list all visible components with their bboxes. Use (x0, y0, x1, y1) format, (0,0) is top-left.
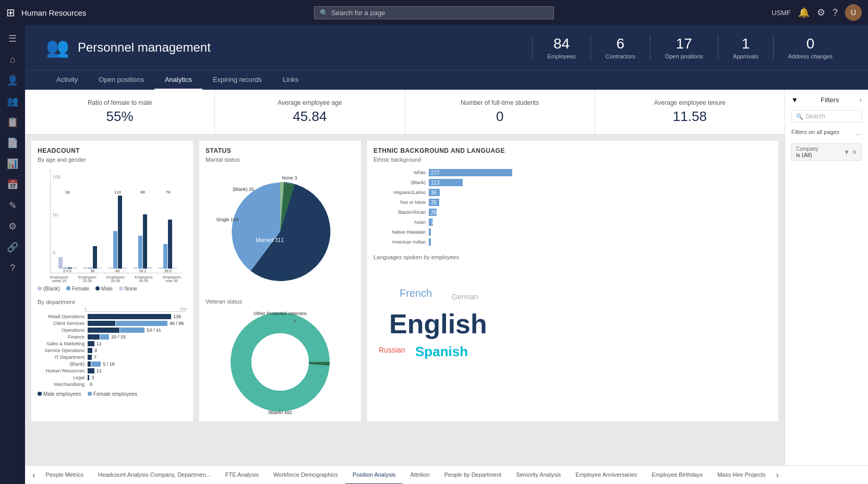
sidebar-calendar-icon[interactable]: 📅 (3, 175, 22, 194)
dept-bar-female (116, 321, 167, 326)
ethnic-bar: 26 (429, 209, 437, 216)
marital-pie-svg: Married 311 Single 154 (Blank) 20 None 3 (223, 174, 337, 289)
sidebar-menu-icon[interactable]: ☰ (3, 29, 22, 48)
dept-bar-female (91, 361, 101, 367)
veteran-donut-svg: Other Protected Veterans 7 (Blank) 492 (228, 310, 332, 414)
bottom-tab-mass-hire[interactable]: Mass Hire Projects (710, 466, 773, 485)
help-icon[interactable]: ? (833, 7, 838, 18)
filter-options-icon[interactable]: ··· (855, 130, 862, 138)
avatar[interactable]: U (845, 4, 862, 21)
bottom-tabs-next[interactable]: › (773, 470, 781, 480)
dept-bar-female (100, 334, 109, 340)
stat-employees[interactable]: 84 Employees (532, 35, 590, 59)
stat-approvals[interactable]: 1 Approvals (718, 35, 773, 59)
sidebar-people-icon[interactable]: 👥 (3, 92, 22, 111)
ethnic-bar-wrap: 277 (429, 169, 512, 176)
contractors-count: 6 (606, 35, 635, 52)
word-english: English (389, 308, 487, 340)
language-section: Languages spoken by employees English Sp… (373, 254, 772, 371)
headcount-title: HEADCOUNT (38, 147, 187, 154)
ethnic-bar: 3 (429, 238, 431, 246)
sidebar-doc-icon[interactable]: 📄 (3, 134, 22, 152)
settings-icon[interactable]: ⚙ (817, 7, 825, 18)
dept-bars (88, 375, 89, 380)
language-cloud: English Spanish French German Russian (373, 267, 772, 371)
sidebar-gear-icon[interactable]: ⚙ (3, 217, 22, 236)
bottom-tabs-prev[interactable]: ‹ (29, 470, 38, 480)
dept-value: 0 (90, 382, 92, 387)
tab-analytics[interactable]: Analytics (154, 70, 202, 90)
dept-row: (Blank)5 / 16 (38, 361, 187, 367)
bottom-tab-people-metrics[interactable]: People Metrics (38, 466, 91, 485)
dept-value: 11 (97, 368, 102, 373)
dept-value: 53 / 41 (147, 328, 161, 333)
dept-bar-male (88, 334, 100, 340)
dept-bar-male (88, 348, 92, 353)
ethnic-bar: 14 (429, 219, 433, 226)
stat-open-positions[interactable]: 17 Open positions (650, 35, 718, 59)
sidebar-link-icon[interactable]: 🔗 (3, 238, 22, 257)
filter-clear-icon[interactable]: ✕ (852, 149, 857, 156)
bottom-tab-headcount[interactable]: Headcount Analysis Company, Departmen... (91, 466, 218, 485)
dept-bar-male (88, 355, 92, 360)
dept-bars (88, 361, 101, 367)
apps-icon[interactable]: ⊞ (6, 6, 15, 19)
filter-dropdown-icon[interactable]: ▼ (843, 149, 850, 156)
ethnic-row: Hispanic/Latino36 (373, 189, 772, 196)
tab-activity[interactable]: Activity (46, 70, 88, 90)
tab-expiring-records[interactable]: Expiring records (202, 70, 272, 90)
filter-company[interactable]: Company is (All) ▼ ✕ (791, 143, 862, 161)
bottom-tab-people-dept[interactable]: People by Department (437, 466, 509, 485)
dept-value: 139 (173, 314, 181, 319)
top-nav: ⊞ Human Resources 🔍 Search for a page US… (0, 0, 868, 25)
dept-name: Operations (38, 328, 85, 333)
dept-name: Retail Operations (38, 314, 85, 319)
tabs-bar: Activity Open positions Analytics Expiri… (25, 70, 868, 90)
filter-company-content: Company is (All) (796, 146, 818, 158)
bottom-tab-anniversaries[interactable]: Employee Anniversaries (568, 466, 644, 485)
dept-bars (88, 368, 94, 373)
bottom-tab-position[interactable]: Position Analysis (345, 466, 403, 485)
bottom-tab-workforce[interactable]: Workforce Demographics (266, 466, 345, 485)
bottom-tab-fte[interactable]: FTE Analysis (218, 466, 266, 485)
sidebar-home-icon[interactable]: ⌂ (3, 50, 22, 69)
dept-name: Merchandising (38, 382, 85, 387)
ethnic-label: Hispanic/Latino (373, 190, 426, 195)
filters-search[interactable]: 🔍 Search (791, 110, 862, 123)
age-chart-legend: (Blank) Female Male None (38, 286, 187, 292)
bottom-tab-seniority[interactable]: Seniority Analysis (509, 466, 568, 485)
ethnic-card: ETHNIC BACKGROUND AND LANGUAGE Ethnic ba… (367, 141, 778, 421)
headcount-subtitle-age: By age and gender (38, 156, 187, 163)
bottom-tab-attrition[interactable]: Attrition (403, 466, 437, 485)
tab-links[interactable]: Links (272, 70, 309, 90)
tab-open-positions[interactable]: Open positions (88, 70, 154, 90)
filters-expand-icon[interactable]: › (860, 96, 862, 104)
sidebar-question-icon[interactable]: ? (3, 259, 22, 277)
dept-bar-male (88, 375, 89, 380)
word-spanish: Spanish (415, 344, 468, 360)
sidebar-person-icon[interactable]: 👤 (3, 71, 22, 90)
page-title: Personnel management (78, 40, 532, 55)
filter-company-label: Company (796, 146, 818, 152)
notification-icon[interactable]: 🔔 (798, 7, 810, 18)
ethnic-label: (Blank) (373, 180, 426, 185)
ethnic-value: 36 (431, 190, 437, 196)
stat-students-value: 0 (416, 108, 584, 125)
sidebar-edit-icon[interactable]: ✎ (3, 196, 22, 215)
sidebar-tasks-icon[interactable]: 📋 (3, 113, 22, 131)
app-title: Human Resources (21, 8, 86, 17)
header-stats: 84 Employees 6 Contractors 17 Open posit… (532, 35, 847, 59)
dept-name: Legal (38, 375, 85, 380)
stat-contractors[interactable]: 6 Contractors (590, 35, 650, 59)
bottom-tab-birthdays[interactable]: Employee Birthdays (644, 466, 710, 485)
employees-count: 84 (547, 35, 575, 52)
dept-name: Client Services (38, 321, 85, 326)
stat-address-changes[interactable]: 0 Address changes (773, 35, 847, 59)
open-positions-count: 17 (665, 35, 703, 52)
dept-value: 5 / 16 (103, 361, 115, 367)
sidebar-chart-icon[interactable]: 📊 (3, 154, 22, 173)
global-search[interactable]: 🔍 Search for a page (314, 6, 554, 19)
stat-avg-age-value: 45.84 (225, 108, 394, 125)
veteran-blank-label: (Blank) 492 (268, 410, 292, 414)
dept-row: Finance20 / 15 (38, 334, 187, 340)
